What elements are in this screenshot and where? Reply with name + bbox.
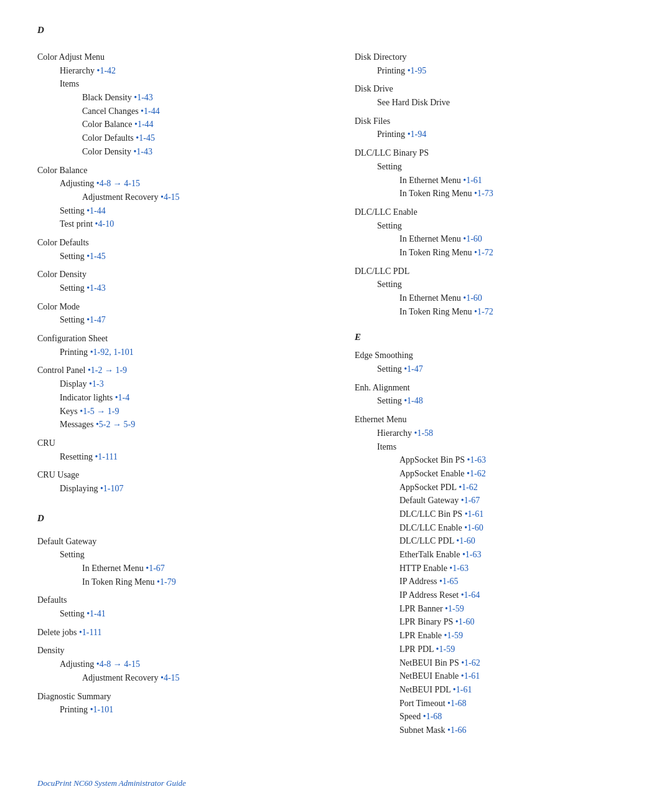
entry-control-panel: Control Panel 1-2 → 1-9 Display 1-3 Indi… <box>37 364 317 431</box>
entry-line: Setting 1-45 <box>37 250 317 263</box>
entry-line: Setting 1-44 <box>37 204 317 218</box>
entry-title: Edge Smoothing <box>355 349 635 362</box>
ref: 5-2 → 5-9 <box>96 420 135 429</box>
ref: 1-72 <box>474 307 493 316</box>
entry-line: Subnet Mask 1-66 <box>355 724 635 737</box>
ref: 4-8 → 4-15 <box>96 659 140 669</box>
entry-title: Disk Files <box>355 115 635 128</box>
entry-line: Black Density 1-43 <box>37 91 317 105</box>
entry-line: EtherTalk Enable 1-63 <box>355 548 635 562</box>
entry-line: Setting <box>355 278 635 291</box>
entry-line: Adjustment Recovery 4-15 <box>37 191 317 204</box>
entry-title: Defaults <box>37 593 317 607</box>
ref: 1-60 <box>455 617 475 626</box>
entry-line: LPR PDL 1-59 <box>355 643 635 656</box>
entry-title: Color Defaults <box>37 236 317 250</box>
entry-title: Control Panel 1-2 → 1-9 <box>37 364 317 377</box>
entry-configuration-sheet: Configuration Sheet Printing 1-92, 1-101 <box>37 332 317 359</box>
entry-line: Printing 1-92, 1-101 <box>37 346 317 359</box>
entry-line: NetBEUI Bin PS 1-62 <box>355 656 635 670</box>
ref: 1-44 <box>86 206 106 215</box>
ref: 1-65 <box>439 577 459 586</box>
ref: 4-15 <box>161 192 180 202</box>
ref: 1-61 <box>465 509 484 519</box>
entry-line: IP Address 1-65 <box>355 575 635 588</box>
ref: 1-4 <box>115 393 130 402</box>
entry-title: DLC/LLC Enable <box>355 205 635 219</box>
ref: 1-61 <box>461 671 480 681</box>
entry-line: DLC/LLC PDL 1-60 <box>355 534 635 548</box>
entry-line: In Ethernet Menu 1-61 <box>355 174 635 187</box>
entry-color-defaults: Color Defaults Setting 1-45 <box>37 236 317 263</box>
ref: 1-60 <box>463 234 482 243</box>
entry-line: Port Timeout 1-68 <box>355 697 635 710</box>
entry-edge-smoothing: Edge Smoothing Setting 1-47 <box>355 349 635 375</box>
entry-line: AppSocket PDL 1-62 <box>355 481 635 494</box>
entry-density: Density Adjusting 4-8 → 4-15 Adjustment … <box>37 644 317 684</box>
entry-title: CRU <box>37 437 317 450</box>
entry-line: LPR Banner 1-59 <box>355 602 635 616</box>
entry-title: Density <box>37 644 317 658</box>
ref: 1-45 <box>86 252 106 261</box>
entry-title: Color Balance <box>37 164 317 177</box>
entry-cru: CRU Resetting 1-111 <box>37 437 317 463</box>
section-letter-e: E <box>355 332 635 342</box>
entry-color-balance: Color Balance Adjusting 4-8 → 4-15 Adjus… <box>37 164 317 231</box>
ref: 1-94 <box>408 130 427 139</box>
section-letter-top: D <box>37 25 635 35</box>
ref: 1-43 <box>134 93 153 102</box>
entry-line: Printing 1-101 <box>37 703 317 717</box>
entry-line: LPR Enable 1-59 <box>355 629 635 643</box>
ref: 1-61 <box>453 685 472 694</box>
entry-title: Color Density <box>37 268 317 281</box>
entry-title: Color Adjust Menu <box>37 50 317 64</box>
ref: 1-44 <box>141 106 160 116</box>
ref: 1-59 <box>436 644 455 654</box>
entry-line: Hierarchy 1-42 <box>37 64 317 78</box>
entry-title: Disk Directory <box>355 50 635 64</box>
ref: 1-47 <box>404 364 423 374</box>
ref: 1-43 <box>86 283 106 293</box>
entry-disk-directory: Disk Directory Printing 1-95 <box>355 50 635 77</box>
ref: 1-63 <box>467 455 487 465</box>
ref: 1-101 <box>90 705 114 714</box>
entry-line: In Ethernet Menu 1-67 <box>37 562 317 575</box>
entry-color-density: Color Density Setting 1-43 <box>37 268 317 295</box>
entry-line: In Token Ring Menu 1-79 <box>37 575 317 589</box>
entry-line: In Token Ring Menu 1-72 <box>355 246 635 260</box>
entry-line: Adjustment Recovery 4-15 <box>37 671 317 685</box>
entry-line: Hierarchy 1-58 <box>355 427 635 440</box>
entry-title: Delete jobs 1-111 <box>37 626 317 639</box>
entry-line: Adjusting 4-8 → 4-15 <box>37 658 317 671</box>
entry-line: Indicator lights 1-4 <box>37 391 317 405</box>
entry-line: Resetting 1-111 <box>37 450 317 464</box>
ref: 1-64 <box>461 590 480 600</box>
ref: 4-15 <box>161 673 180 682</box>
entry-line: Setting <box>37 548 317 562</box>
left-column: Color Adjust Menu Hierarchy 1-42 Items B… <box>37 50 317 742</box>
entry-title: Configuration Sheet <box>37 332 317 346</box>
entry-line: Test print 4-10 <box>37 217 317 231</box>
entry-line: DLC/LLC Bin PS 1-61 <box>355 507 635 521</box>
entry-line: Adjusting 4-8 → 4-15 <box>37 177 317 191</box>
section-letter-d: D <box>37 513 317 524</box>
entry-line: In Token Ring Menu 1-72 <box>355 305 635 319</box>
entry-line: Items <box>355 440 635 454</box>
ref: 1-47 <box>86 315 106 324</box>
entry-line: Messages 5-2 → 5-9 <box>37 418 317 432</box>
entry-line: Color Balance 1-44 <box>37 118 317 131</box>
entry-color-mode: Color Mode Setting 1-47 <box>37 300 317 327</box>
entry-line: Setting 1-48 <box>355 394 635 408</box>
entry-dlc-enable: DLC/LLC Enable Setting In Ethernet Menu … <box>355 205 635 260</box>
entry-line: Color Defaults 1-45 <box>37 131 317 145</box>
entry-line: Color Density 1-43 <box>37 145 317 159</box>
ref: 1-48 <box>404 396 423 405</box>
footer: DocuPrint NC60 System Administrator Guid… <box>37 778 186 788</box>
ref: 1-73 <box>474 189 493 198</box>
entry-line: Setting 1-47 <box>355 362 635 376</box>
ref: 1-44 <box>134 120 154 129</box>
entry-delete-jobs: Delete jobs 1-111 <box>37 626 317 639</box>
page-container: D Color Adjust Menu Hierarchy 1-42 Items… <box>37 25 635 742</box>
entry-color-adjust-menu: Color Adjust Menu Hierarchy 1-42 Items B… <box>37 50 317 159</box>
right-column: Disk Directory Printing 1-95 Disk Drive … <box>355 50 635 742</box>
